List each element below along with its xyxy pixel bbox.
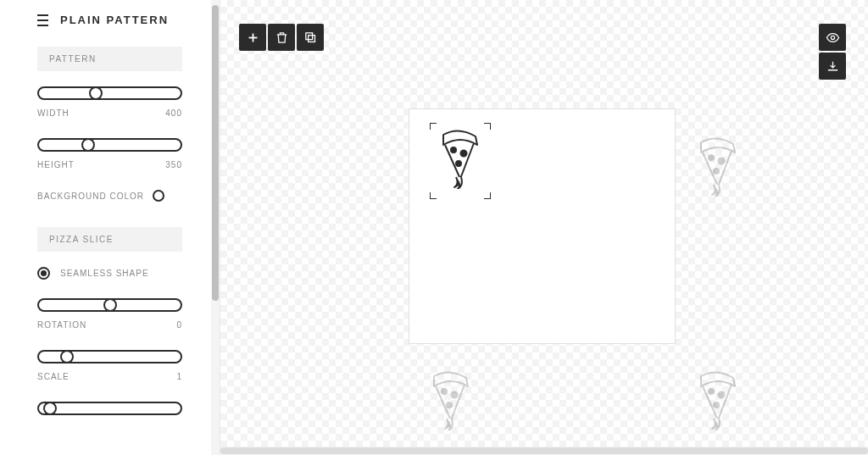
svg-point-11 — [709, 389, 714, 394]
label-seamless: SEAMLESS SHAPE — [60, 269, 149, 278]
value-width: 400 — [165, 108, 182, 118]
download-icon — [826, 59, 840, 74]
section-header-shape: PIZZA SLICE — [37, 227, 182, 252]
slider-stroke-size[interactable] — [37, 402, 182, 415]
label-scale: SCALE — [37, 372, 70, 381]
eye-icon — [826, 31, 840, 45]
canvas-area[interactable] — [220, 0, 868, 455]
selection-corner-tr[interactable] — [484, 123, 491, 130]
background-color-swatch[interactable] — [153, 190, 164, 202]
selection-corner-bl[interactable] — [430, 192, 437, 199]
pizza-icon — [435, 128, 482, 189]
preview-button[interactable] — [819, 24, 846, 51]
svg-point-5 — [709, 155, 714, 160]
svg-point-4 — [831, 36, 834, 39]
menu-icon[interactable] — [37, 14, 48, 26]
slider-width[interactable]: WIDTH 400 — [37, 86, 182, 118]
delete-button[interactable] — [268, 24, 295, 51]
section-header-pattern: PATTERN — [37, 47, 182, 71]
value-rotation: 0 — [176, 320, 182, 330]
active-shape[interactable] — [435, 128, 486, 194]
svg-point-14 — [451, 147, 456, 153]
background-color-row: BACKGROUND COLOR — [37, 190, 182, 202]
label-rotation: ROTATION — [37, 320, 86, 330]
download-button[interactable] — [819, 53, 846, 80]
seamless-ghost — [693, 369, 740, 434]
plus-icon — [246, 31, 260, 45]
value-height: 350 — [165, 160, 182, 169]
svg-point-10 — [447, 402, 452, 408]
selection-corner-br[interactable] — [484, 192, 491, 199]
svg-point-13 — [714, 402, 719, 408]
duplicate-button[interactable] — [297, 24, 324, 51]
svg-point-6 — [719, 158, 725, 164]
slider-height[interactable]: HEIGHT 350 — [37, 138, 182, 169]
slider-scale[interactable]: SCALE 1 — [37, 350, 182, 381]
seamless-shape-row[interactable]: SEAMLESS SHAPE — [37, 267, 182, 280]
svg-point-7 — [714, 169, 719, 174]
toolbar-left — [239, 24, 324, 51]
sidebar: PLAIN PATTERN PATTERN WIDTH 400 HEIGHT 3… — [0, 0, 220, 455]
svg-point-8 — [442, 389, 447, 394]
pattern-tile[interactable] — [409, 108, 676, 344]
canvas-h-scrollbar[interactable] — [220, 447, 868, 455]
selection-corner-tl[interactable] — [430, 123, 437, 130]
svg-point-9 — [452, 392, 458, 398]
seamless-ghost — [426, 369, 473, 434]
label-bgcolor: BACKGROUND COLOR — [37, 191, 144, 201]
toolbar-right — [819, 24, 846, 80]
svg-point-16 — [456, 161, 461, 166]
app-title: PLAIN PATTERN — [60, 14, 169, 26]
label-height: HEIGHT — [37, 160, 75, 169]
value-scale: 1 — [176, 372, 182, 381]
label-width: WIDTH — [37, 108, 70, 118]
radio-seamless-icon — [37, 267, 50, 280]
copy-icon — [303, 31, 318, 45]
svg-point-12 — [719, 392, 725, 398]
trash-icon — [275, 31, 289, 45]
sidebar-scrollbar[interactable] — [211, 0, 220, 455]
svg-point-15 — [461, 151, 467, 157]
logo-row: PLAIN PATTERN — [0, 0, 220, 47]
svg-rect-3 — [305, 32, 312, 39]
add-button[interactable] — [239, 24, 266, 51]
slider-rotation[interactable]: ROTATION 0 — [37, 298, 182, 330]
seamless-ghost — [693, 136, 740, 200]
svg-rect-2 — [308, 35, 314, 42]
